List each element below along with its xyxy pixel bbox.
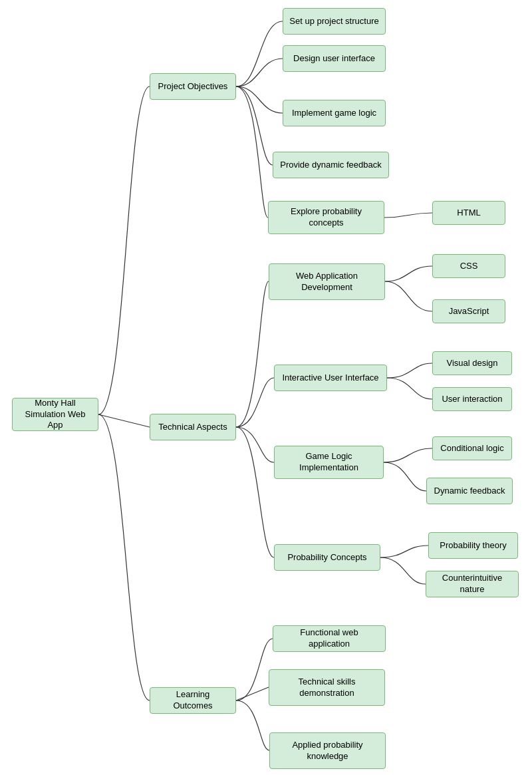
node-functional_web: Functional web application xyxy=(273,625,386,652)
node-learning_outcomes: Learning Outcomes xyxy=(150,687,236,714)
node-dynamic_feedback_obj: Provide dynamic feedback xyxy=(273,152,389,178)
node-web_app_dev: Web Application Development xyxy=(269,263,385,300)
node-root: Monty Hall Simulation Web App xyxy=(12,398,98,431)
node-design_ui: Design user interface xyxy=(283,45,386,72)
node-interactive_ui: Interactive User Interface xyxy=(274,365,387,391)
node-dynamic_feedback_tech: Dynamic feedback xyxy=(426,478,513,504)
node-applied_prob: Applied probability knowledge xyxy=(269,732,386,769)
node-css: CSS xyxy=(432,254,505,278)
node-prob_concepts: Probability Concepts xyxy=(274,544,380,571)
node-javascript: JavaScript xyxy=(432,299,505,323)
node-technical_skills: Technical skills demonstration xyxy=(269,669,385,706)
node-explore_prob: Explore probability concepts xyxy=(268,201,384,234)
node-user_interaction: User interaction xyxy=(432,387,512,411)
node-visual_design: Visual design xyxy=(432,351,512,375)
node-prob_theory: Probability theory xyxy=(428,532,518,559)
node-conditional_logic: Conditional logic xyxy=(432,436,512,460)
node-technical_aspects: Technical Aspects xyxy=(150,414,236,440)
node-project_obj: Project Objectives xyxy=(150,73,236,100)
node-game_logic: Game Logic Implementation xyxy=(274,446,384,479)
node-counterintuitive: Counterintuitive nature xyxy=(426,571,519,597)
node-html: HTML xyxy=(432,201,505,225)
node-setup: Set up project structure xyxy=(283,8,386,35)
node-implement_game: Implement game logic xyxy=(283,100,386,126)
